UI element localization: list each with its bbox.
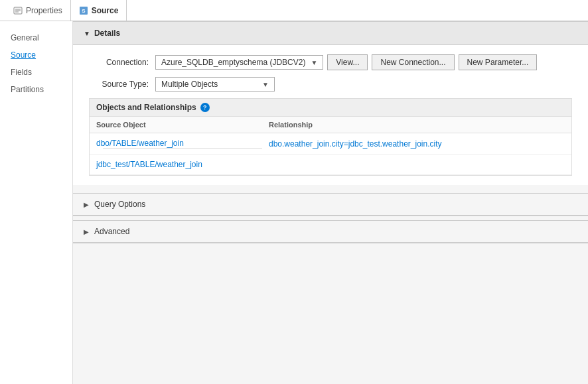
help-icon[interactable]: ?: [200, 103, 210, 112]
properties-icon: [13, 6, 23, 15]
relationship-link-1[interactable]: dbo.weather_join.city=jdbc_test.weather_…: [269, 139, 441, 149]
source-link-1[interactable]: dbo/TABLE/weather_join: [96, 139, 184, 148]
query-options-arrow-icon: ▶: [84, 201, 89, 208]
advanced-section: ▶ Advanced: [73, 220, 588, 243]
main-layout: General Source Fields Partitions ▼ Detai…: [0, 21, 588, 384]
content-area: ▼ Details Connection: Azure_SQLDB_emptys…: [73, 21, 588, 384]
objects-section: Objects and Relationships ? Source Objec…: [89, 98, 572, 176]
sidebar-item-fields[interactable]: Fields: [0, 64, 72, 81]
objects-section-label: Objects and Relationships: [96, 103, 196, 112]
connection-value: Azure_SQLDB_emptyschema (JDBCV2): [161, 58, 305, 67]
details-section-header[interactable]: ▼ Details: [73, 21, 588, 45]
row-source-2: jdbc_test/TABLE/weather_join: [96, 160, 269, 169]
source-type-value: Multiple Objects: [161, 80, 218, 89]
col-source-header: Source Object: [96, 121, 269, 129]
details-content: Connection: Azure_SQLDB_emptyschema (JDB…: [73, 45, 588, 185]
source-type-select[interactable]: Multiple Objects ▼: [155, 77, 275, 92]
row-relationship-1: dbo.weather_join.city=jdbc_test.weather_…: [269, 139, 565, 149]
row-divider-1: [103, 148, 262, 149]
sidebar: General Source Fields Partitions: [0, 21, 73, 384]
details-section-label: Details: [94, 29, 120, 38]
source-icon: S: [79, 6, 88, 15]
source-type-chevron-icon: ▼: [262, 81, 269, 88]
tab-source-label: Source: [92, 6, 119, 15]
query-options-label: Query Options: [94, 200, 145, 209]
connection-select[interactable]: Azure_SQLDB_emptyschema (JDBCV2) ▼: [155, 55, 323, 70]
query-options-header[interactable]: ▶ Query Options: [73, 194, 588, 215]
advanced-label: Advanced: [94, 227, 129, 236]
query-options-separator: [73, 216, 588, 216]
new-parameter-button[interactable]: New Parameter...: [459, 54, 538, 70]
advanced-arrow-icon: ▶: [84, 228, 89, 235]
source-type-control: Multiple Objects ▼: [155, 77, 275, 92]
connection-row: Connection: Azure_SQLDB_emptyschema (JDB…: [89, 54, 572, 70]
row-source-1: dbo/TABLE/weather_join: [96, 139, 269, 149]
table-row: dbo/TABLE/weather_join dbo.weather_join.…: [90, 133, 571, 155]
table-row: jdbc_test/TABLE/weather_join: [90, 155, 571, 175]
source-type-row: Source Type: Multiple Objects ▼: [89, 77, 572, 92]
view-button[interactable]: View...: [327, 54, 368, 70]
tab-source[interactable]: S Source: [71, 0, 127, 21]
query-options-section: ▶ Query Options: [73, 193, 588, 216]
col-relationship-header: Relationship: [269, 121, 565, 129]
tab-properties[interactable]: Properties: [5, 0, 71, 21]
source-link-2[interactable]: jdbc_test/TABLE/weather_join: [96, 160, 202, 169]
sidebar-item-general[interactable]: General: [0, 29, 72, 46]
sidebar-item-source[interactable]: Source: [0, 46, 72, 64]
source-type-label: Source Type:: [89, 80, 149, 89]
new-connection-button[interactable]: New Connection...: [372, 54, 454, 70]
connection-control: Azure_SQLDB_emptyschema (JDBCV2) ▼ View.…: [155, 54, 537, 70]
objects-section-header: Objects and Relationships ?: [90, 99, 571, 117]
objects-col-headers: Source Object Relationship: [90, 117, 571, 133]
tab-properties-label: Properties: [26, 6, 62, 15]
details-arrow-icon: ▼: [84, 30, 90, 37]
advanced-separator: [73, 243, 588, 243]
advanced-header[interactable]: ▶ Advanced: [73, 221, 588, 242]
connection-label: Connection:: [89, 58, 149, 67]
sidebar-item-partitions[interactable]: Partitions: [0, 81, 72, 98]
tab-bar: Properties S Source: [0, 0, 588, 21]
svg-text:S: S: [82, 8, 86, 14]
connection-chevron-icon: ▼: [311, 59, 317, 66]
